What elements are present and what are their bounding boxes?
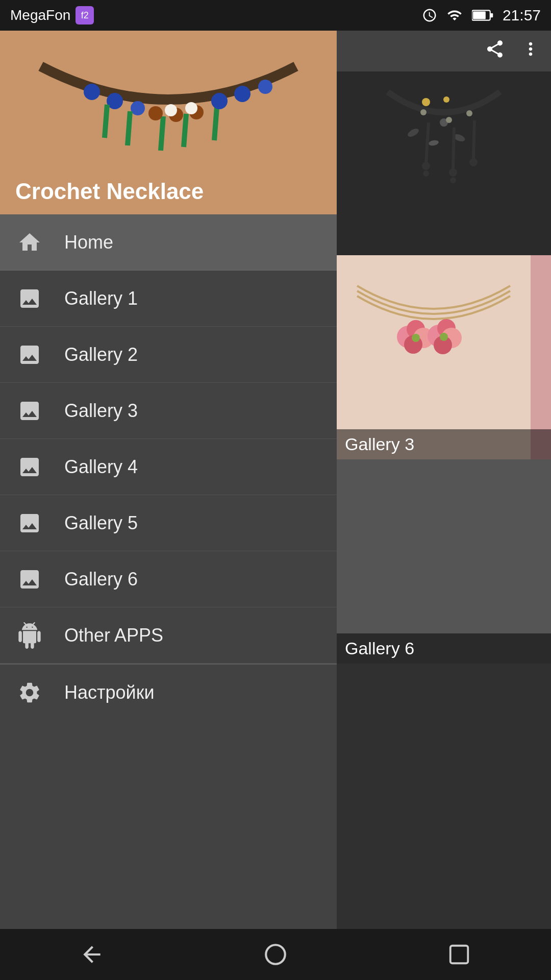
settings-icon — [15, 678, 44, 707]
svg-point-49 — [84, 84, 100, 100]
svg-point-59 — [185, 102, 197, 114]
menu-item-gallery5[interactable]: Gallery 5 — [0, 495, 337, 551]
svg-rect-66 — [450, 946, 468, 964]
svg-point-64 — [258, 80, 272, 94]
menu-label-home: Home — [64, 232, 113, 253]
gallery6-icon — [15, 565, 44, 594]
svg-point-58 — [165, 104, 177, 116]
menu-item-gallery4[interactable]: Gallery 4 — [0, 439, 337, 495]
menu-item-gallery2[interactable]: Gallery 2 — [0, 327, 337, 383]
menu-label-gallery6: Gallery 6 — [64, 569, 138, 590]
svg-line-53 — [128, 111, 130, 145]
gallery2-icon — [15, 340, 44, 369]
menu-item-gallery3[interactable]: Gallery 3 — [0, 383, 337, 439]
menu-label-gallery4: Gallery 4 — [64, 456, 138, 478]
status-bar: MegaFon f2 21:57 — [0, 0, 551, 31]
drawer-header-title: Crochet Necklace — [15, 179, 204, 204]
menu-label-otherapps: Other APPS — [64, 625, 163, 646]
menu-item-gallery1[interactable]: Gallery 1 — [0, 271, 337, 327]
gallery3-icon — [15, 397, 44, 425]
svg-point-55 — [148, 106, 163, 120]
svg-line-60 — [184, 114, 186, 147]
bottom-nav — [0, 929, 551, 980]
menu-item-settings[interactable]: Настройки — [0, 665, 337, 721]
gallery5-icon — [15, 509, 44, 537]
drawer-menu: Home Gallery 1 Gallery 2 — [0, 214, 337, 929]
status-time: 21:57 — [503, 7, 541, 24]
status-bar-left: MegaFon f2 — [10, 6, 94, 24]
svg-point-51 — [131, 101, 145, 115]
recents-button[interactable] — [439, 934, 480, 975]
android-icon — [15, 621, 44, 650]
carrier-name: MegaFon — [10, 7, 70, 23]
back-button[interactable] — [71, 934, 112, 975]
menu-label-gallery2: Gallery 2 — [64, 344, 138, 365]
svg-line-61 — [214, 107, 217, 140]
navigation-drawer: Crochet Necklace Home Gall — [0, 31, 337, 929]
svg-rect-2 — [473, 11, 486, 19]
status-bar-right: 21:57 — [422, 7, 541, 24]
carrier-icon: f2 — [76, 6, 94, 24]
svg-line-54 — [161, 116, 163, 151]
home-icon — [15, 228, 44, 257]
svg-line-52 — [105, 105, 107, 138]
svg-rect-1 — [490, 13, 493, 17]
signal-icon — [445, 8, 464, 23]
gallery4-icon — [15, 453, 44, 481]
menu-item-gallery6[interactable]: Gallery 6 — [0, 551, 337, 607]
svg-point-65 — [266, 945, 285, 964]
drawer-overlay: Crochet Necklace Home Gall — [0, 31, 551, 929]
clock-icon — [422, 8, 437, 23]
menu-item-otherapps[interactable]: Other APPS — [0, 607, 337, 664]
home-button[interactable] — [255, 934, 296, 975]
menu-label-settings: Настройки — [64, 682, 155, 703]
svg-point-62 — [211, 93, 228, 109]
menu-label-gallery3: Gallery 3 — [64, 400, 138, 422]
svg-point-63 — [234, 86, 251, 102]
menu-item-home[interactable]: Home — [0, 214, 337, 271]
battery-icon — [472, 8, 494, 22]
menu-label-gallery5: Gallery 5 — [64, 512, 138, 534]
menu-label-gallery1: Gallery 1 — [64, 288, 138, 309]
drawer-header: Crochet Necklace — [0, 31, 337, 214]
gallery1-icon — [15, 284, 44, 313]
